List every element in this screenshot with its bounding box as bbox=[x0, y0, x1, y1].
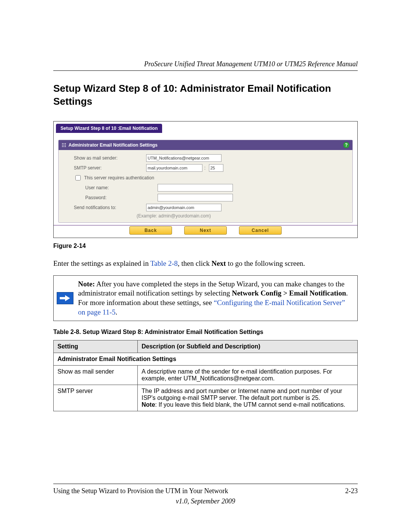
input-password[interactable] bbox=[158, 194, 233, 201]
table-caption: Table 2-8. Setup Wizard Step 8: Administ… bbox=[53, 329, 358, 335]
grip-icon bbox=[62, 143, 66, 147]
cell-desc: The IP address and port number or Intern… bbox=[138, 385, 358, 411]
table-subhead: Administrator Email Notification Setting… bbox=[54, 353, 358, 366]
label-sender: Show as mail sender: bbox=[62, 155, 146, 161]
panel-title: Administrator Email Notification Setting… bbox=[68, 142, 158, 148]
help-icon[interactable]: ? bbox=[343, 142, 349, 148]
svg-marker-0 bbox=[60, 295, 70, 301]
wizard-screenshot: Setup Wizard Step 8 of 10 :Email Notific… bbox=[53, 121, 358, 238]
footer-version: v1.0, September 2009 bbox=[53, 497, 358, 505]
label-smtp: SMTP server: bbox=[62, 165, 146, 171]
input-sendto[interactable] bbox=[146, 204, 221, 211]
label-sendto: Send notifications to: bbox=[62, 205, 146, 210]
port-separator: : bbox=[204, 165, 206, 171]
th-setting: Setting bbox=[54, 340, 138, 353]
footer-left: Using the Setup Wizard to Provision the … bbox=[53, 487, 228, 495]
arrow-right-icon bbox=[57, 292, 73, 304]
cell-setting: Show as mail sender bbox=[54, 366, 138, 385]
label-username: User name: bbox=[62, 185, 158, 190]
label-password: Password: bbox=[62, 195, 158, 200]
input-sender[interactable] bbox=[146, 154, 221, 162]
settings-table: Setting Description (or Subfield and Des… bbox=[53, 340, 358, 411]
note-box: Note: After you have completed the steps… bbox=[53, 275, 358, 321]
table-row: SMTP server The IP address and port numb… bbox=[54, 385, 358, 411]
cell-desc: A descriptive name of the sender for e-m… bbox=[138, 366, 358, 385]
input-smtp-port[interactable] bbox=[209, 164, 223, 172]
section-title: Setup Wizard Step 8 of 10: Administrator… bbox=[53, 82, 358, 108]
cancel-button[interactable]: Cancel bbox=[239, 226, 282, 235]
table-link[interactable]: Table 2-8 bbox=[150, 259, 178, 267]
next-button[interactable]: Next bbox=[184, 226, 227, 235]
checkbox-auth[interactable] bbox=[75, 175, 81, 181]
page-footer: Using the Setup Wizard to Provision the … bbox=[53, 484, 358, 505]
th-description: Description (or Subfield and Description… bbox=[138, 340, 358, 353]
intro-paragraph: Enter the settings as explained in Table… bbox=[53, 259, 358, 268]
running-header: ProSecure Unified Threat Management UTM1… bbox=[53, 60, 358, 71]
input-smtp-host[interactable] bbox=[146, 164, 202, 172]
wizard-tab: Setup Wizard Step 8 of 10 :Email Notific… bbox=[56, 124, 162, 133]
example-hint: (Example: admin@yourdomain.com) bbox=[62, 212, 349, 219]
label-auth: This server requires authentication bbox=[84, 175, 154, 181]
figure-caption: Figure 2-14 bbox=[53, 243, 358, 249]
cell-setting: SMTP server bbox=[54, 385, 138, 411]
table-row: Show as mail sender A descriptive name o… bbox=[54, 366, 358, 385]
footer-pagenum: 2-23 bbox=[345, 487, 358, 495]
input-username[interactable] bbox=[158, 184, 233, 192]
back-button[interactable]: Back bbox=[129, 226, 172, 235]
